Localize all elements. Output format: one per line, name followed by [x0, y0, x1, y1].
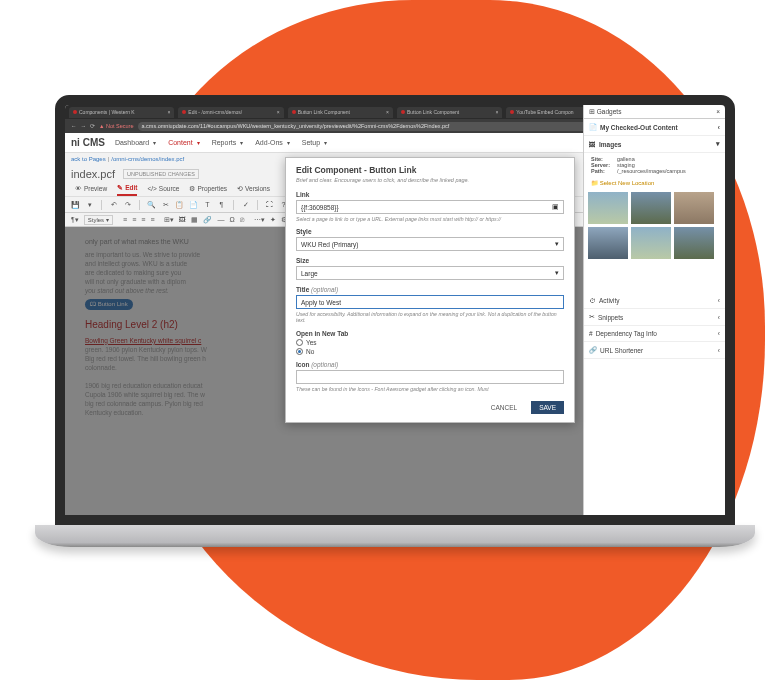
nav-setup[interactable]: Setup [302, 139, 327, 146]
newtab-label: Open in New Tab [296, 330, 564, 337]
size-label: Size [296, 257, 564, 264]
browser-tab[interactable]: Edit - /omni-cms/demos/× [178, 107, 283, 118]
chevron-down-icon: ▾ [555, 269, 559, 277]
dropdown-icon[interactable]: ▾ [85, 200, 94, 209]
size-select[interactable]: Large▾ [296, 266, 564, 280]
nav-content[interactable]: Content [168, 139, 200, 146]
page-title: index.pcf [71, 168, 115, 180]
style-select[interactable]: Styles [84, 215, 113, 225]
copy-icon[interactable]: 📋 [175, 200, 184, 209]
image-thumbnails [584, 188, 725, 263]
select-new-location[interactable]: 📁 Select New Location [584, 177, 725, 188]
tab-versions[interactable]: ⟲ Versions [237, 185, 270, 195]
browser-tab[interactable]: Components | Western K× [69, 107, 174, 118]
thumbnail[interactable] [631, 192, 671, 224]
redo-icon[interactable]: ↷ [123, 200, 132, 209]
cms-screen: Components | Western K× Edit - /omni-cms… [65, 105, 725, 515]
cms-brand: ni CMS [71, 137, 105, 148]
gadget-url-shortener[interactable]: 🔗URL Shortener‹ [584, 342, 725, 359]
title-label: Title (optional) [296, 286, 564, 293]
newtab-no[interactable]: No [296, 348, 564, 355]
nav-reports[interactable]: Reports [212, 139, 244, 146]
chevron-down-icon: ▾ [555, 240, 559, 248]
tab-properties[interactable]: ⚙ Properties [189, 185, 227, 195]
image-icon: 🖼 [589, 141, 596, 148]
thumbnail[interactable] [588, 227, 628, 259]
find-icon[interactable]: 🔍 [147, 200, 156, 209]
back-icon[interactable]: ← [71, 123, 77, 129]
tab-edit[interactable]: ✎ Edit [117, 184, 137, 196]
close-icon[interactable]: × [386, 109, 389, 115]
gadget-snippets[interactable]: ✂Snippets‹ [584, 309, 725, 326]
reload-icon[interactable]: ⟳ [90, 123, 95, 129]
close-icon[interactable]: × [495, 109, 498, 115]
icon-label: Icon (optional) [296, 361, 564, 368]
link-input[interactable]: {{f:3609858}} ▣ [296, 200, 564, 214]
not-secure-badge: ▲ Not Secure [99, 123, 134, 129]
thumbnail[interactable] [674, 227, 714, 259]
image-icon[interactable]: 🖼 [179, 216, 186, 223]
modal-subtitle: Brief and clear. Encourage users to clic… [286, 177, 574, 188]
thumbnail[interactable] [674, 192, 714, 224]
crumb-path[interactable]: /omni-cms/demos/index.pcf [111, 156, 184, 162]
browser-tab[interactable]: Button Link Component× [288, 107, 393, 118]
gadget-activity[interactable]: ⏱Activity‹ [584, 293, 725, 309]
paste-icon[interactable]: 📄 [189, 200, 198, 209]
style-label: Style [296, 228, 564, 235]
video-icon[interactable]: ▦ [191, 216, 198, 224]
link-label: Link [296, 191, 564, 198]
link-picker-icon[interactable]: ▣ [552, 203, 559, 211]
nav-addons[interactable]: Add-Ons [255, 139, 290, 146]
gadgets-panel: ⊞ Gadgets × 📄My Checked-Out Content‹ 🖼Im… [583, 105, 725, 515]
save-icon[interactable]: 💾 [71, 200, 80, 209]
nav-dashboard[interactable]: Dashboard [115, 139, 156, 146]
thumbnail[interactable] [588, 192, 628, 224]
link-icon[interactable]: 🔗 [203, 216, 212, 224]
tab-preview[interactable]: 👁 Preview [75, 185, 107, 194]
gadgets-header: ⊞ Gadgets × [584, 105, 725, 119]
laptop-base [35, 525, 755, 547]
tab-source[interactable]: </> Source [147, 185, 179, 194]
icon-input[interactable] [296, 370, 564, 384]
thumbnail[interactable] [631, 227, 671, 259]
cancel-button[interactable]: CANCEL [483, 401, 525, 414]
style-select[interactable]: WKU Red (Primary)▾ [296, 237, 564, 251]
back-link[interactable]: ack to Pages [71, 156, 106, 162]
edit-component-modal: Edit Component - Button Link Brief and c… [285, 157, 575, 423]
gadget-checkedout[interactable]: 📄My Checked-Out Content‹ [584, 119, 725, 136]
gadget-dependency[interactable]: #Dependency Tag Info‹ [584, 326, 725, 342]
cut-icon[interactable]: ✂ [161, 200, 170, 209]
close-icon[interactable]: × [277, 109, 280, 115]
modal-title: Edit Component - Button Link [286, 158, 574, 177]
gadget-images[interactable]: 🖼Images▾ [584, 136, 725, 153]
undo-icon[interactable]: ↶ [109, 200, 118, 209]
close-icon[interactable]: × [167, 109, 170, 115]
unpublished-badge: UNPUBLISHED CHANGES [123, 169, 199, 179]
save-button[interactable]: SAVE [531, 401, 564, 414]
close-icon[interactable]: × [716, 108, 720, 115]
newtab-yes[interactable]: Yes [296, 339, 564, 346]
gadgets-icon: ⊞ [589, 108, 595, 116]
title-input[interactable]: Apply to West [296, 295, 564, 309]
browser-tab[interactable]: Button Link Component× [397, 107, 502, 118]
forward-icon[interactable]: → [81, 123, 87, 129]
